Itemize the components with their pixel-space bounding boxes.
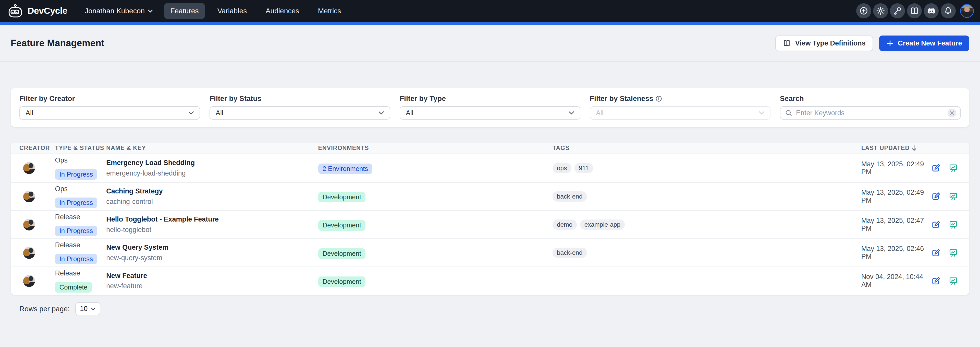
main-nav: Jonathan Kubecon Features Variables Audi… <box>80 3 347 19</box>
column-header-tags[interactable]: TAGS <box>552 145 861 152</box>
table-row[interactable]: Release In Progress Hello Togglebot - Ex… <box>11 210 969 238</box>
creator-cell <box>19 162 55 174</box>
filter-status-select[interactable]: All <box>210 106 390 119</box>
environments-badge[interactable]: Development <box>318 192 366 202</box>
plus-icon <box>886 40 894 47</box>
search-icon <box>785 110 792 117</box>
chevron-down-icon <box>569 111 574 115</box>
environments-badge[interactable]: 2 Environments <box>318 163 372 174</box>
chevron-down-icon <box>759 111 764 115</box>
edit-feature-button[interactable] <box>931 276 941 286</box>
nav-item-metrics[interactable]: Metrics <box>312 3 347 19</box>
name-key-cell: Caching Strategy caching-control <box>106 187 318 206</box>
tags-cell: back-end <box>552 248 861 258</box>
last-updated: May 13, 2025, 02:47 PM <box>861 217 931 232</box>
feature-metrics-button[interactable] <box>948 220 958 229</box>
devcycle-logo[interactable]: DevCycle <box>7 4 67 18</box>
key-icon <box>893 6 902 16</box>
column-header-environments[interactable]: ENVIRONMENTS <box>318 145 552 152</box>
feature-type: Ops <box>55 157 106 164</box>
tag-pill: 911 <box>574 163 593 173</box>
view-type-definitions-button[interactable]: View Type Definitions <box>775 35 873 51</box>
filter-creator-label: Filter by Creator <box>19 94 200 103</box>
filter-bar: Filter by Creator All Filter by Status A… <box>11 88 969 127</box>
feature-key: new-query-system <box>106 254 318 262</box>
tag-pill: demo <box>552 219 577 230</box>
row-actions <box>931 192 969 201</box>
tag-pill: ops <box>552 163 571 173</box>
last-updated: May 13, 2025, 02:46 PM <box>861 245 931 261</box>
column-header-last-updated[interactable]: LAST UPDATED <box>861 145 931 152</box>
column-header-creator[interactable]: CREATOR <box>19 145 55 152</box>
type-status-cell: Release In Progress <box>55 213 106 236</box>
filter-staleness-value: All <box>596 109 604 117</box>
rows-per-page-select[interactable]: 10 <box>75 302 100 315</box>
feature-name[interactable]: Caching Strategy <box>106 187 318 195</box>
feature-metrics-button[interactable] <box>948 276 958 286</box>
nav-item-features[interactable]: Features <box>164 3 205 19</box>
settings-button[interactable] <box>873 3 888 18</box>
presentation-chart-icon <box>948 163 958 173</box>
feature-metrics-button[interactable] <box>948 192 958 201</box>
feature-type: Release <box>55 269 106 277</box>
type-status-cell: Ops In Progress <box>55 185 106 208</box>
user-avatar[interactable] <box>960 4 974 18</box>
create-new-feature-button[interactable]: Create New Feature <box>879 35 969 51</box>
last-updated-label: LAST UPDATED <box>861 145 910 152</box>
presentation-chart-icon <box>948 220 958 229</box>
column-header-name-key[interactable]: NAME & KEY <box>106 145 318 152</box>
table-row[interactable]: Ops In Progress Caching Strategy caching… <box>11 182 969 210</box>
creator-avatar <box>23 275 35 287</box>
filter-type-select[interactable]: All <box>400 106 580 119</box>
environments-badge[interactable]: Development <box>318 220 366 230</box>
environments-badge[interactable]: Development <box>318 277 366 287</box>
devcycle-robot-icon <box>7 4 24 18</box>
status-badge: In Progress <box>55 225 97 236</box>
edit-icon <box>931 248 941 257</box>
notifications-button[interactable] <box>941 3 956 18</box>
table-row[interactable]: Release Complete New Feature new-feature… <box>11 267 969 294</box>
feature-metrics-button[interactable] <box>948 163 958 173</box>
api-keys-button[interactable] <box>890 3 905 18</box>
creator-cell <box>19 219 55 231</box>
feature-key: new-feature <box>106 282 318 290</box>
filter-creator-select[interactable]: All <box>19 106 200 119</box>
environments-badge[interactable]: Development <box>318 248 366 259</box>
edit-feature-button[interactable] <box>931 163 941 173</box>
feature-type: Release <box>55 213 106 221</box>
table-row[interactable]: Ops In Progress Emergency Load Shedding … <box>11 154 969 182</box>
nav-item-audiences[interactable]: Audiences <box>259 3 305 19</box>
workspace-switcher[interactable]: Jonathan Kubecon <box>80 3 158 19</box>
info-icon[interactable] <box>655 96 662 102</box>
feature-name[interactable]: Emergency Load Shedding <box>106 159 318 167</box>
feature-key: hello-togglebot <box>106 226 318 234</box>
feature-name[interactable]: New Feature <box>106 272 318 280</box>
type-status-cell: Release Complete <box>55 269 106 292</box>
row-actions <box>931 220 969 229</box>
feature-management-page: DevCycle Jonathan Kubecon Features Varia… <box>0 0 980 347</box>
feature-name[interactable]: Hello Togglebot - Example Feature <box>106 216 318 223</box>
filter-staleness-select: All <box>590 106 770 119</box>
tags-cell: back-end <box>552 191 861 201</box>
search-input[interactable] <box>796 109 944 117</box>
clear-search-button[interactable] <box>948 109 956 117</box>
filter-group-type: Filter by Type All <box>400 94 580 120</box>
edit-feature-button[interactable] <box>931 220 941 229</box>
feature-name[interactable]: New Query System <box>106 243 318 251</box>
creator-avatar <box>23 190 35 203</box>
nav-item-variables[interactable]: Variables <box>211 3 253 19</box>
feature-metrics-button[interactable] <box>948 248 958 257</box>
edit-feature-button[interactable] <box>931 192 941 201</box>
add-button[interactable] <box>856 3 871 18</box>
plus-circle-icon <box>859 6 869 16</box>
top-navbar: DevCycle Jonathan Kubecon Features Varia… <box>0 0 980 22</box>
edit-feature-button[interactable] <box>931 248 941 257</box>
table-row[interactable]: Release In Progress New Query System new… <box>11 238 969 267</box>
docs-button[interactable] <box>907 3 922 18</box>
discord-button[interactable] <box>924 3 939 18</box>
filter-group-staleness: Filter by Staleness All <box>590 94 770 120</box>
column-header-type-status[interactable]: TYPE & STATUS <box>55 145 106 152</box>
bell-icon <box>943 6 953 16</box>
environments-cell: Development <box>318 219 552 230</box>
sort-descending-icon <box>912 145 917 151</box>
